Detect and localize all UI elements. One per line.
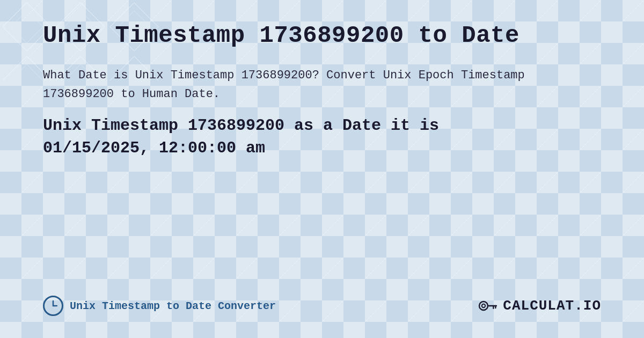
result-section: Unix Timestamp 1736899200 as a Date it i… <box>43 114 601 159</box>
logo-icon <box>477 295 499 317</box>
page-title: Unix Timestamp 1736899200 to Date <box>43 21 601 50</box>
logo-area: CALCULAT.IO <box>477 295 601 317</box>
svg-point-6 <box>482 304 485 307</box>
page-description: What Date is Unix Timestamp 1736899200? … <box>43 66 601 104</box>
result-text-line2: 01/15/2025, 12:00:00 am <box>43 137 601 159</box>
footer: Unix Timestamp to Date Converter CALCULA… <box>43 284 601 317</box>
logo-text: CALCULAT.IO <box>503 298 601 314</box>
svg-point-5 <box>479 302 488 310</box>
clock-icon <box>43 296 63 316</box>
footer-left: Unix Timestamp to Date Converter <box>43 296 276 316</box>
footer-label: Unix Timestamp to Date Converter <box>70 300 276 312</box>
result-text-line1: Unix Timestamp 1736899200 as a Date it i… <box>43 114 601 137</box>
